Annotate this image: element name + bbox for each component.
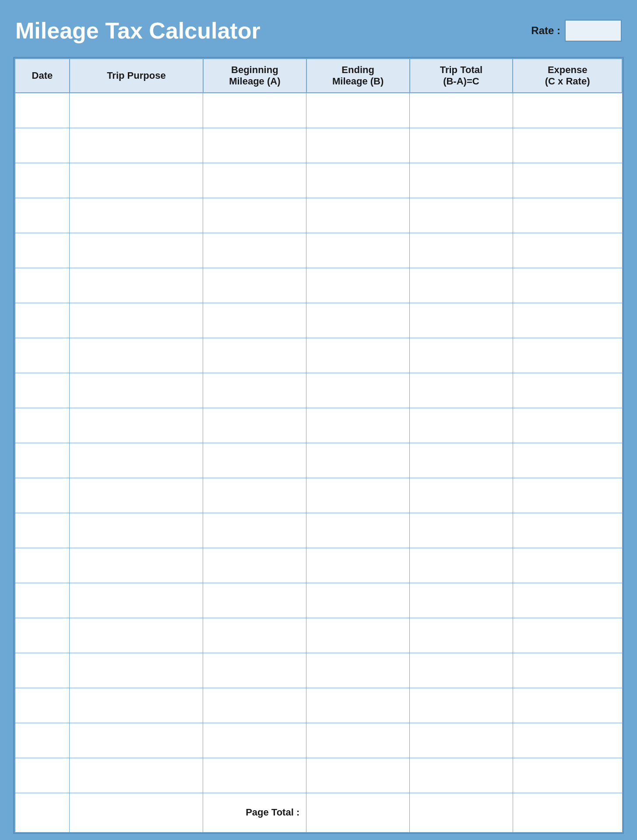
table-cell[interactable] (203, 583, 306, 618)
table-cell[interactable] (306, 198, 410, 233)
table-cell[interactable] (203, 338, 306, 373)
table-cell[interactable] (203, 478, 306, 513)
table-cell[interactable] (513, 198, 622, 233)
table-cell[interactable] (513, 618, 622, 653)
table-cell[interactable] (513, 338, 622, 373)
table-cell[interactable] (306, 653, 410, 688)
table-cell[interactable] (15, 653, 70, 688)
table-cell[interactable] (70, 198, 203, 233)
table-cell[interactable] (410, 233, 513, 268)
table-cell[interactable] (513, 758, 622, 793)
table-cell[interactable] (203, 303, 306, 338)
table-cell[interactable] (513, 408, 622, 443)
table-cell[interactable] (410, 93, 513, 128)
table-cell[interactable] (70, 478, 203, 513)
table-cell[interactable] (306, 128, 410, 163)
table-cell[interactable] (203, 723, 306, 758)
table-cell[interactable] (306, 723, 410, 758)
table-cell[interactable] (410, 548, 513, 583)
table-cell[interactable] (513, 128, 622, 163)
table-cell[interactable] (203, 618, 306, 653)
table-cell[interactable] (203, 373, 306, 408)
table-cell[interactable] (70, 723, 203, 758)
table-cell[interactable] (15, 268, 70, 303)
table-cell[interactable] (15, 93, 70, 128)
table-cell[interactable] (410, 688, 513, 723)
table-cell[interactable] (70, 758, 203, 793)
table-cell[interactable] (410, 478, 513, 513)
table-cell[interactable] (410, 443, 513, 478)
table-cell[interactable] (410, 408, 513, 443)
table-cell[interactable] (410, 583, 513, 618)
table-cell[interactable] (306, 338, 410, 373)
table-cell[interactable] (15, 303, 70, 338)
table-cell[interactable] (513, 233, 622, 268)
table-cell[interactable] (70, 128, 203, 163)
table-cell[interactable] (410, 198, 513, 233)
table-cell[interactable] (306, 443, 410, 478)
table-cell[interactable] (70, 688, 203, 723)
table-cell[interactable] (70, 443, 203, 478)
table-cell[interactable] (513, 723, 622, 758)
table-cell[interactable] (410, 268, 513, 303)
table-cell[interactable] (306, 408, 410, 443)
table-cell[interactable] (513, 478, 622, 513)
table-cell[interactable] (410, 513, 513, 548)
table-cell[interactable] (513, 303, 622, 338)
table-cell[interactable] (203, 268, 306, 303)
table-cell[interactable] (203, 688, 306, 723)
table-cell[interactable] (203, 163, 306, 198)
table-cell[interactable] (15, 723, 70, 758)
table-cell[interactable] (410, 303, 513, 338)
table-cell[interactable] (15, 233, 70, 268)
table-cell[interactable] (410, 618, 513, 653)
table-cell[interactable] (306, 373, 410, 408)
table-cell[interactable] (15, 198, 70, 233)
table-cell[interactable] (410, 128, 513, 163)
table-cell[interactable] (70, 618, 203, 653)
table-cell[interactable] (410, 338, 513, 373)
table-cell[interactable] (513, 548, 622, 583)
table-cell[interactable] (15, 583, 70, 618)
table-cell[interactable] (410, 723, 513, 758)
page-total-trip-total-cell[interactable] (410, 793, 513, 832)
table-cell[interactable] (15, 758, 70, 793)
table-cell[interactable] (513, 583, 622, 618)
table-cell[interactable] (410, 163, 513, 198)
table-cell[interactable] (410, 758, 513, 793)
table-cell[interactable] (70, 373, 203, 408)
table-cell[interactable] (15, 513, 70, 548)
table-cell[interactable] (203, 513, 306, 548)
table-cell[interactable] (70, 303, 203, 338)
table-cell[interactable] (70, 338, 203, 373)
table-cell[interactable] (513, 163, 622, 198)
table-cell[interactable] (306, 233, 410, 268)
table-cell[interactable] (15, 128, 70, 163)
table-cell[interactable] (513, 443, 622, 478)
table-cell[interactable] (203, 198, 306, 233)
table-cell[interactable] (15, 443, 70, 478)
table-cell[interactable] (203, 443, 306, 478)
table-cell[interactable] (203, 93, 306, 128)
table-cell[interactable] (513, 653, 622, 688)
table-cell[interactable] (513, 93, 622, 128)
table-cell[interactable] (513, 373, 622, 408)
table-cell[interactable] (15, 618, 70, 653)
table-cell[interactable] (306, 268, 410, 303)
rate-input-box[interactable] (565, 20, 622, 42)
table-cell[interactable] (203, 548, 306, 583)
table-cell[interactable] (70, 548, 203, 583)
table-cell[interactable] (306, 758, 410, 793)
table-cell[interactable] (70, 653, 203, 688)
table-cell[interactable] (513, 268, 622, 303)
table-cell[interactable] (203, 128, 306, 163)
table-cell[interactable] (70, 93, 203, 128)
table-cell[interactable] (15, 338, 70, 373)
table-cell[interactable] (203, 233, 306, 268)
table-cell[interactable] (15, 478, 70, 513)
table-cell[interactable] (203, 653, 306, 688)
table-cell[interactable] (203, 408, 306, 443)
table-cell[interactable] (15, 548, 70, 583)
table-cell[interactable] (70, 583, 203, 618)
page-total-expense-cell[interactable] (513, 793, 622, 832)
